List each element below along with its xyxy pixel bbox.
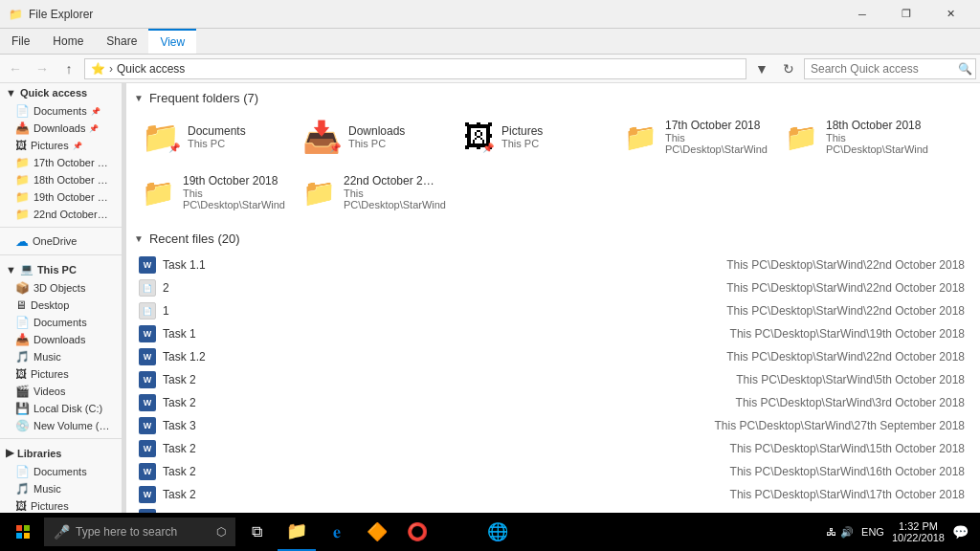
network-icon: 🖧 bbox=[826, 526, 836, 538]
dropdown-button[interactable]: ▼ bbox=[750, 57, 773, 80]
list-item[interactable]: W Task 3 This PC\Desktop\StarWind\27th S… bbox=[134, 414, 969, 437]
restore-button[interactable]: ❐ bbox=[884, 0, 928, 29]
sidebar-item-18oct[interactable]: 📁 18th October 2018 bbox=[0, 171, 122, 188]
folder-item-downloads[interactable]: 📥📌 Downloads This PC bbox=[295, 113, 448, 161]
file-explorer-taskbar[interactable]: 📁 bbox=[278, 513, 316, 551]
tab-view[interactable]: View bbox=[148, 29, 196, 54]
search-input[interactable] bbox=[811, 62, 954, 76]
tab-file[interactable]: File bbox=[0, 29, 41, 54]
videos-icon: 🎬 bbox=[15, 385, 30, 398]
sidebar-item-local-disk[interactable]: 💾 Local Disk (C:) bbox=[0, 400, 122, 417]
sidebar-divider-2 bbox=[0, 254, 122, 255]
list-item[interactable]: W Task 2 This PC\Desktop\StarWind\3rd Oc… bbox=[134, 391, 969, 414]
address-path[interactable]: ⭐ › Quick access bbox=[84, 58, 746, 79]
sidebar-item-19oct[interactable]: 📁 19th October 2018 bbox=[0, 188, 122, 206]
sidebar-item-17oct[interactable]: 📁 17th October 2018 bbox=[0, 154, 122, 171]
tab-home[interactable]: Home bbox=[41, 29, 95, 54]
search-icon: 🔍 bbox=[958, 62, 972, 76]
refresh-button[interactable]: ↻ bbox=[777, 57, 800, 80]
start-button[interactable] bbox=[4, 513, 42, 551]
sidebar-item-documents[interactable]: 📄 Documents 📌 bbox=[0, 102, 122, 120]
sidebar-item-3dobjects[interactable]: 📦 3D Objects bbox=[0, 279, 122, 297]
sidebar-item-lib-documents[interactable]: 📄 Documents bbox=[0, 463, 122, 480]
list-item[interactable]: W Task 2 This PC\Desktop\StarWind\5th Oc… bbox=[134, 368, 969, 391]
notification-button[interactable]: 💬 bbox=[952, 524, 969, 540]
tab-share[interactable]: Share bbox=[95, 29, 148, 54]
pin-icon: 📌 bbox=[89, 124, 99, 133]
edge-taskbar[interactable]: 𝐞 bbox=[318, 513, 356, 551]
task-view-button[interactable]: ⧉ bbox=[237, 513, 276, 551]
sidebar-libraries-header[interactable]: ▶ Libraries bbox=[0, 443, 122, 463]
file-icon: W bbox=[138, 439, 157, 458]
sidebar-item-downloads[interactable]: 📥 Downloads 📌 bbox=[0, 120, 122, 137]
frequent-folders-title: Frequent folders (7) bbox=[149, 91, 258, 105]
chrome-taskbar[interactable]: 🌐 bbox=[479, 513, 517, 551]
folder-item-18oct[interactable]: 📁 18th October 2018 This PC\Desktop\Star… bbox=[777, 113, 930, 161]
folder-name: 18th October 2018 bbox=[826, 119, 923, 132]
folder-name: Pictures bbox=[501, 124, 601, 138]
file-icon: W bbox=[138, 393, 157, 412]
drive-icon: 💾 bbox=[15, 402, 30, 415]
folder-item-17oct[interactable]: 📁 17th October 2018 This PC\Desktop\Star… bbox=[616, 113, 769, 161]
file-name: Task 1.2 bbox=[163, 350, 354, 364]
list-item[interactable]: W Task 1 This PC\Desktop\StarWind\19th O… bbox=[134, 322, 969, 345]
up-button[interactable]: ↑ bbox=[57, 57, 80, 80]
sidebar-item-22oct[interactable]: 📁 22nd October 2018 bbox=[0, 206, 122, 223]
sidebar-item-pictures[interactable]: 🖼 Pictures 📌 bbox=[0, 137, 122, 154]
download-icon: 📥 bbox=[15, 121, 30, 135]
folder-item-19oct[interactable]: 📁 19th October 2018 This PC\Desktop\Star… bbox=[134, 168, 287, 216]
word-taskbar[interactable]: W bbox=[519, 513, 557, 551]
sidebar-item-downloads-pc[interactable]: 📥 Downloads bbox=[0, 331, 122, 348]
path-text: Quick access bbox=[117, 62, 185, 76]
file-name: Task 1.1 bbox=[163, 258, 354, 272]
folder-name: 19th October 2018 bbox=[183, 174, 279, 187]
opera-taskbar[interactable]: ⭕ bbox=[398, 513, 436, 551]
file-icon: W bbox=[138, 485, 157, 504]
word-icon: W bbox=[139, 486, 156, 503]
list-item[interactable]: W Task 1.1 This PC\Desktop\StarWind\22nd… bbox=[134, 253, 969, 276]
sidebar-item-new-volume[interactable]: 💿 New Volume (D:) bbox=[0, 417, 122, 434]
file-name: 2 bbox=[163, 281, 354, 295]
sidebar-item-onedrive[interactable]: ☁ OneDrive bbox=[0, 231, 122, 251]
taskbar-search[interactable]: 🎤 Type here to search ⬡ bbox=[44, 518, 235, 546]
ribbon: File Home Share View bbox=[0, 29, 980, 55]
search-box[interactable]: 🔍 bbox=[804, 58, 976, 79]
sidebar-item-desktop[interactable]: 🖥 Desktop bbox=[0, 297, 122, 314]
file-icon: W bbox=[138, 324, 157, 343]
sidebar-item-music[interactable]: 🎵 Music bbox=[0, 348, 122, 365]
folder-item-pictures[interactable]: 🖼📌 Pictures This PC bbox=[456, 113, 609, 161]
folder-icon-18oct: 📁 bbox=[785, 121, 818, 153]
forward-button[interactable]: → bbox=[31, 57, 54, 80]
vlc-taskbar[interactable]: 🔶 bbox=[358, 513, 396, 551]
sidebar-quick-access-header[interactable]: ▼ Quick access bbox=[0, 83, 122, 102]
word-icon: W bbox=[139, 440, 156, 457]
list-item[interactable]: W Task 1.2 This PC\Desktop\StarWind\22nd… bbox=[134, 345, 969, 368]
file-name: Task 2 bbox=[163, 442, 354, 455]
frequent-folders-header[interactable]: ▼ Frequent folders (7) bbox=[134, 91, 969, 105]
back-button[interactable]: ← bbox=[4, 57, 27, 80]
folder-path: This PC bbox=[188, 138, 279, 149]
folder-item-documents[interactable]: 📁📌 Documents This PC bbox=[134, 113, 287, 161]
chevron-right-icon: ▶ bbox=[6, 447, 13, 459]
list-item[interactable]: W Task 2 This PC\Desktop\StarWind\17th O… bbox=[134, 483, 969, 506]
store-taskbar[interactable]: 🛍 bbox=[438, 513, 477, 551]
windows-icon bbox=[16, 525, 30, 539]
minimize-button[interactable]: ─ bbox=[840, 0, 884, 29]
recent-files-header[interactable]: ▼ Recent files (20) bbox=[134, 231, 969, 246]
sidebar-item-pictures-pc[interactable]: 🖼 Pictures bbox=[0, 365, 122, 383]
list-item[interactable]: 📄 2 This PC\Desktop\StarWind\22nd Octobe… bbox=[134, 276, 969, 299]
app-icon: 📁 bbox=[8, 7, 23, 22]
close-button[interactable]: ✕ bbox=[928, 0, 972, 29]
file-path: This PC\Desktop\StarWind\15th October 20… bbox=[354, 442, 965, 455]
sidebar-item-videos[interactable]: 🎬 Videos bbox=[0, 383, 122, 400]
file-path: This PC\Desktop\StarWind\22nd October 20… bbox=[354, 258, 965, 272]
folder-item-22oct[interactable]: 📁 22nd October 2018 This PC\Desktop\Star… bbox=[295, 168, 448, 216]
list-item[interactable]: W Task 2 This PC\Desktop\StarWind\15th O… bbox=[134, 437, 969, 460]
sidebar-item-lib-music[interactable]: 🎵 Music bbox=[0, 480, 122, 497]
address-bar: ← → ↑ ⭐ › Quick access ▼ ↻ 🔍 bbox=[0, 55, 980, 83]
list-item[interactable]: 📄 1 This PC\Desktop\StarWind\22nd Octobe… bbox=[134, 299, 969, 322]
list-item[interactable]: W Task 2 This PC\Desktop\StarWind\16th O… bbox=[134, 460, 969, 483]
sidebar-this-pc-header[interactable]: ▼ 💻 This PC bbox=[0, 259, 122, 279]
sidebar-item-documents-pc[interactable]: 📄 Documents bbox=[0, 314, 122, 331]
word-icon: W bbox=[139, 463, 156, 480]
